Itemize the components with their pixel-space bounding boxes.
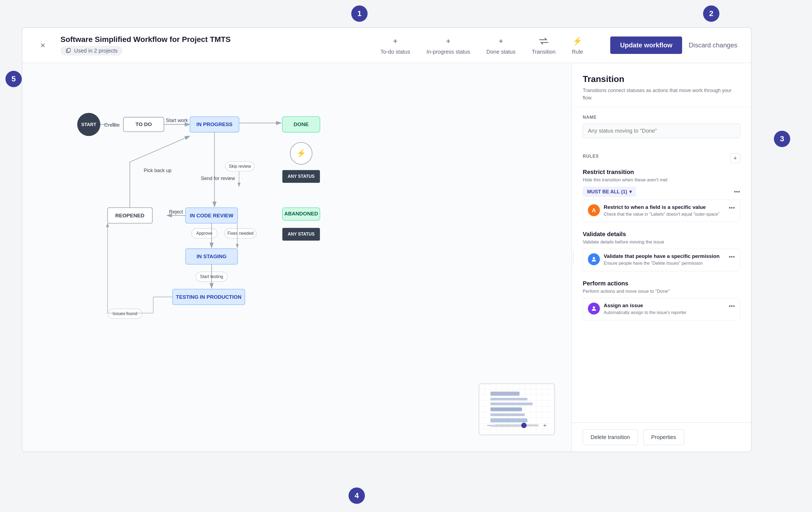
right-panel: › Transition Transitions connect statuse… [571,63,751,452]
zoom-in-icon[interactable]: + [543,422,547,429]
badge-3: 3 [774,131,790,147]
svg-text:DONE: DONE [293,121,309,127]
svg-text:Approve: Approve [196,231,212,235]
transition-name-input[interactable] [583,124,740,138]
assign-icon [590,305,597,312]
zoom-bar: − + [487,422,547,429]
todo-icon: + [390,36,401,47]
name-label: NAME [583,115,740,120]
toolbar-item-rule[interactable]: ⚡ Rule [572,36,583,55]
perform-group-desc: Perform actions and move issue to "Done" [583,289,740,294]
update-workflow-button[interactable]: Update workflow [610,36,682,54]
perform-rule-more-button[interactable]: ••• [729,303,735,310]
svg-text:ANY STATUS: ANY STATUS [288,232,315,236]
toolbar-item-transition[interactable]: Transition [532,36,555,55]
zoom-thumb [521,423,527,428]
zoom-out-icon[interactable]: − [487,422,491,429]
restrict-more-button[interactable]: ••• [734,188,740,195]
badge-1: 1 [351,5,368,22]
svg-text:IN STAGING: IN STAGING [197,254,227,259]
svg-text:TO DO: TO DO [136,121,152,127]
toolbar-item-inprogress[interactable]: + In-progress status [427,36,470,55]
svg-text:Create: Create [104,122,119,128]
restrict-rule-more-button[interactable]: ••• [729,204,735,211]
svg-text:Reject: Reject [169,209,183,215]
validate-group: Validate details Validate details before… [583,231,740,271]
workflow-canvas[interactable]: START Create TO DO Start work IN PROGRES… [22,63,571,452]
close-button[interactable]: × [36,38,50,52]
perform-rule-desc: Automatically assign to the issue's repo… [604,310,725,316]
rules-label: RULES [583,154,599,159]
perform-rule-content: Assign an issue Automatically assign to … [604,303,725,316]
svg-text:Skip review: Skip review [229,164,251,169]
svg-text:ABANDONED: ABANDONED [284,211,318,217]
must-be-all-bar: MUST BE ALL (1) ▾ ••• [583,187,740,197]
validate-rule-desc: Ensure people have the "Delete Issues" p… [604,260,725,266]
rule-icon: ⚡ [572,36,583,47]
card-content: START Create TO DO Start work IN PROGRES… [22,63,751,452]
perform-group: Perform actions Perform actions and move… [583,280,740,320]
panel-header: Transition Transitions connect statuses … [572,63,751,107]
main-card: × Software Simplified Workflow for Proje… [22,27,752,452]
validate-group-title: Validate details [583,231,740,238]
validate-rule-item: Validate that people have a specific per… [583,249,740,271]
perform-group-title: Perform actions [583,280,740,287]
minimap: − + [479,383,555,435]
workflow-title: Software Simplified Workflow for Project… [60,35,231,44]
svg-text:IN CODE REVIEW: IN CODE REVIEW [190,213,233,219]
properties-button[interactable]: Properties [643,429,684,445]
user-icon [590,256,597,262]
restrict-rule-avatar: A [588,204,600,216]
validate-rule-more-button[interactable]: ••• [729,253,735,260]
zoom-slider[interactable] [495,424,539,426]
panel-toggle-button[interactable]: › [571,251,574,264]
delete-transition-button[interactable]: Delete transition [583,429,638,445]
svg-line-37 [130,136,190,162]
perform-rule-avatar [588,303,600,315]
toolbar: + To-do status + In-progress status + Do… [380,36,583,55]
rules-header: RULES + [583,153,740,163]
toolbar-item-done[interactable]: + Done status [486,36,516,55]
restrict-group-title: Restrict transition [583,169,740,176]
must-be-all-badge[interactable]: MUST BE ALL (1) ▾ [583,187,636,197]
svg-point-59 [593,306,595,309]
restrict-group-desc: Hide this transition when these aren't m… [583,177,740,183]
svg-point-58 [593,257,595,259]
validate-rule-content: Validate that people have a specific per… [604,253,725,266]
panel-description: Transitions connect statuses as actions … [583,87,740,102]
copy-icon [65,48,71,54]
restrict-rule-item: A Restrict to when a field is a specific… [583,200,740,222]
panel-name-section: NAME [572,107,751,146]
done-icon: + [496,36,506,47]
panel-rules-section: RULES + Restrict transition Hide this tr… [572,146,751,337]
panel-footer: Delete transition Properties [572,422,751,452]
discard-changes-button[interactable]: Discard changes [689,41,737,49]
svg-text:Pick back up: Pick back up [144,168,172,173]
panel-title: Transition [583,74,740,84]
toolbar-item-todo[interactable]: + To-do status [380,36,410,55]
title-section: Software Simplified Workflow for Project… [60,35,231,56]
svg-text:Fixes needed: Fixes needed [227,231,254,235]
svg-text:IN PROGRESS: IN PROGRESS [196,121,233,127]
svg-text:TESTING IN PRODUCTION: TESTING IN PRODUCTION [176,294,241,300]
badge-4: 4 [349,487,365,504]
inprogress-icon: + [443,36,454,47]
add-rule-button[interactable]: + [730,153,740,163]
validate-rule-avatar [588,253,600,265]
validate-rule-name: Validate that people have a specific per… [604,253,725,259]
svg-text:START: START [81,122,96,127]
used-in-badge: Used in 2 projects [60,46,122,56]
svg-text:ANY STATUS: ANY STATUS [288,174,315,179]
svg-text:REOPENED: REOPENED [115,213,144,219]
header-actions: Update workflow Discard changes [610,36,737,54]
restrict-group: Restrict transition Hide this transition… [583,169,740,222]
badge-2: 2 [703,5,719,22]
transition-icon [538,36,549,47]
restrict-rule-name: Restrict to when a field is a specific v… [604,204,725,210]
svg-text:Send for review: Send for review [201,176,235,181]
restrict-rule-desc: Check that the value in "Labels" doesn't… [604,211,725,217]
svg-text:Issues found: Issues found [113,311,137,316]
perform-rule-item: Assign an issue Automatically assign to … [583,298,740,320]
validate-group-desc: Validate details before moving the issue [583,239,740,245]
svg-text:⚡: ⚡ [296,149,306,158]
